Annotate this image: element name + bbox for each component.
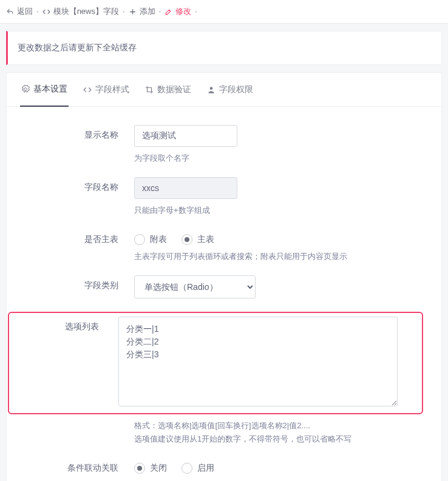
back-icon: [6, 8, 14, 16]
tabs: 基本设置 字段样式 数据验证 字段权限: [7, 73, 441, 107]
code-icon: [42, 8, 50, 16]
row-field-name: 字段名称 只能由字母+数字组成: [25, 177, 423, 216]
warning-alert: 更改数据之后请更新下全站缓存: [6, 31, 442, 65]
radio-icon: [134, 234, 145, 245]
radio-icon: [182, 234, 192, 245]
display-name-input[interactable]: [134, 125, 237, 147]
field-name-input[interactable]: [134, 177, 237, 199]
tab-label: 数据验证: [157, 84, 191, 95]
settings-card: 基本设置 字段样式 数据验证 字段权限 显示名称 为字段取个名字 字段名称: [6, 72, 442, 481]
tab-validate[interactable]: 数据验证: [144, 73, 192, 106]
back-label: 返回: [17, 6, 33, 17]
alert-text: 更改数据之后请更新下全站缓存: [18, 43, 137, 52]
tab-label: 字段样式: [95, 84, 129, 95]
radio-main-table[interactable]: 主表: [182, 234, 214, 245]
svg-point-0: [210, 87, 213, 90]
label-options-list: 选项列表: [25, 317, 118, 332]
module-link[interactable]: 模块【news】字段: [42, 6, 119, 17]
user-icon: [207, 86, 216, 94]
modify-link[interactable]: 修改: [165, 6, 191, 17]
row-is-main: 是否主表 附表 主表 主表字段可用于列表循环或者搜索；附表只能用于内容页显示: [25, 229, 423, 262]
radio-label: 主表: [197, 234, 214, 245]
is-main-radio-group: 附表 主表: [134, 229, 423, 245]
label-linkage: 条件联动关联: [25, 458, 134, 474]
radio-label: 关闭: [150, 463, 167, 474]
label-field-name: 字段名称: [25, 177, 134, 193]
radio-label: 附表: [150, 234, 167, 245]
row-field-type: 字段类别 单选按钮（Radio）: [25, 275, 423, 298]
modify-label: 修改: [175, 6, 191, 17]
plus-icon: [129, 8, 137, 16]
tab-label: 字段权限: [219, 84, 253, 95]
tab-basic[interactable]: 基本设置: [20, 73, 69, 107]
add-label: 添加: [140, 6, 155, 17]
help-is-main: 主表字段可用于列表循环或者搜索；附表只能用于内容页显示: [134, 251, 423, 262]
breadcrumb: 返回 ● 模块【news】字段 ● 添加 ● 修改 ●: [0, 0, 448, 24]
module-label: 模块【news】字段: [53, 6, 119, 17]
separator-icon: ●: [123, 10, 125, 13]
label-field-type: 字段类别: [25, 275, 134, 291]
tab-label: 基本设置: [33, 84, 67, 95]
radio-linkage-on[interactable]: 启用: [182, 463, 214, 474]
radio-icon: [182, 463, 192, 474]
label-display-name: 显示名称: [25, 125, 134, 141]
code-icon: [83, 86, 92, 94]
tab-style[interactable]: 字段样式: [82, 73, 131, 106]
edit-icon: [165, 8, 172, 16]
tab-permission[interactable]: 字段权限: [206, 73, 254, 106]
radio-icon: [134, 463, 145, 474]
help-field-name: 只能由字母+数字组成: [134, 205, 423, 216]
add-link[interactable]: 添加: [129, 6, 155, 17]
options-list-textarea[interactable]: [118, 317, 398, 406]
row-linkage: 条件联动关联 关闭 启用: [25, 458, 423, 474]
label-is-main: 是否主表: [25, 229, 134, 245]
gear-icon: [21, 85, 30, 93]
separator-icon: ●: [36, 10, 39, 13]
radio-sub-table[interactable]: 附表: [134, 234, 167, 245]
separator-icon: ●: [195, 10, 197, 13]
form: 显示名称 为字段取个名字 字段名称 只能由字母+数字组成 是否主表 附表: [7, 107, 441, 474]
linkage-radio-group: 关闭 启用: [134, 458, 423, 474]
field-type-select[interactable]: 单选按钮（Radio）: [134, 275, 256, 298]
radio-label: 启用: [197, 463, 214, 474]
help-options-2: 选项值建议使用从1开始的数字，不得带符号，也可以省略不写: [134, 434, 423, 445]
row-options-list: 选项列表: [8, 312, 423, 414]
crop-icon: [145, 86, 154, 94]
radio-linkage-off[interactable]: 关闭: [134, 463, 167, 474]
row-options-help: 格式：选项名称|选项值[回车换行]选项名称2|值2.... 选项值建议使用从1开…: [25, 420, 423, 445]
separator-icon: ●: [159, 10, 161, 13]
help-options-1: 格式：选项名称|选项值[回车换行]选项名称2|值2....: [134, 420, 423, 431]
back-link[interactable]: 返回: [6, 6, 33, 17]
row-display-name: 显示名称 为字段取个名字: [25, 125, 423, 164]
help-display-name: 为字段取个名字: [134, 153, 423, 164]
